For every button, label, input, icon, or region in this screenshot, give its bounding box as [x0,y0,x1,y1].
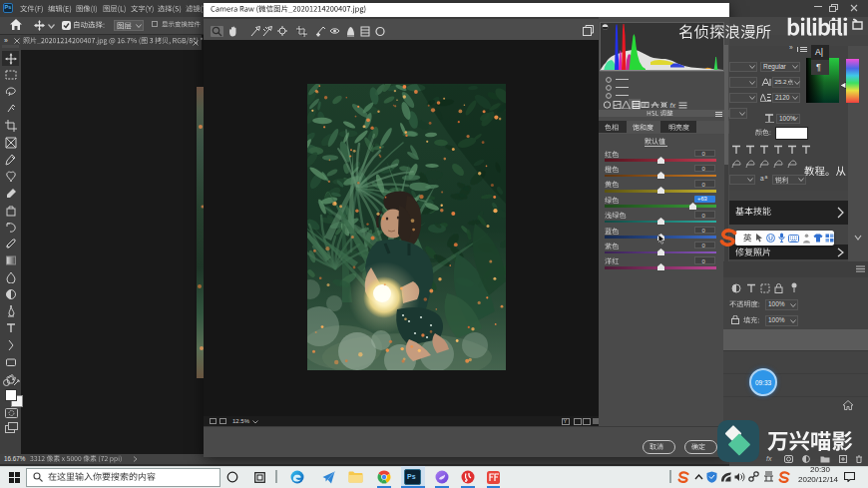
svg-text:fx: fx [669,102,675,109]
